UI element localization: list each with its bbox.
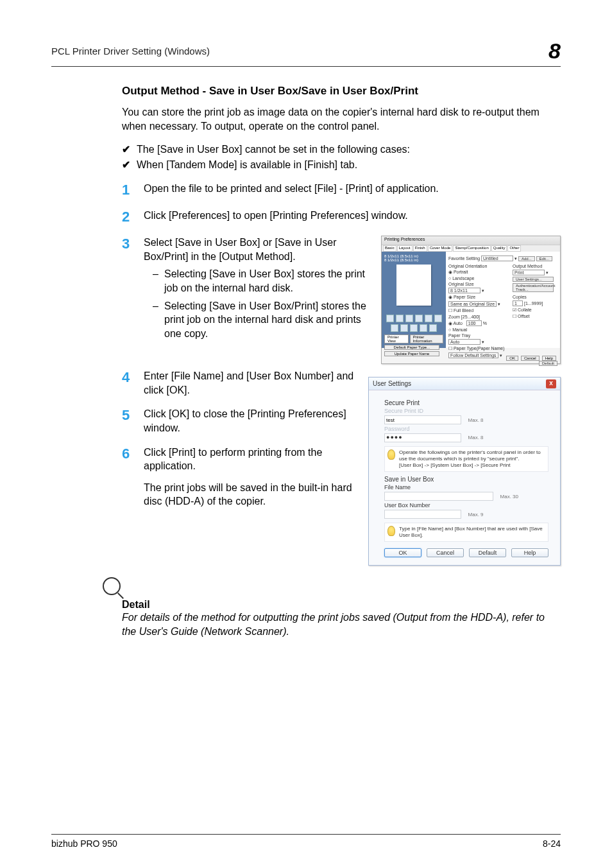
collate-check[interactable]: Collate: [518, 308, 532, 312]
secure-id-input[interactable]: [384, 415, 461, 424]
favorite-select[interactable]: Untitled: [481, 256, 513, 261]
tab-other[interactable]: Other: [507, 245, 521, 252]
check-item: The [Save in User Box] cannot be set in …: [122, 142, 561, 157]
paper-size-select[interactable]: Same as Original Size: [448, 301, 497, 307]
file-name-max: Max. 30: [500, 494, 518, 499]
dialog-tabs: Basic Layout Finish Cover Mode Stamp/Com…: [382, 245, 560, 252]
tab-layout[interactable]: Layout: [397, 245, 412, 252]
detail-heading: Detail: [122, 599, 561, 611]
save-user-box-heading: Save in User Box: [384, 476, 548, 483]
original-size-select[interactable]: 8 1/2x11: [448, 288, 480, 293]
preview-icon[interactable]: [415, 315, 423, 322]
tab-stamp[interactable]: Stamp/Composition: [453, 245, 490, 252]
ok-button[interactable]: OK: [384, 548, 421, 557]
close-icon[interactable]: x: [546, 379, 556, 388]
paper-type-select[interactable]: Follow Default Settings: [448, 352, 498, 358]
default-paper-button[interactable]: Default Paper Type...: [384, 345, 439, 350]
info-text: Type in [File Name] and [Box Number] tha…: [399, 526, 545, 539]
update-paper-button[interactable]: Update Paper Name: [384, 351, 439, 356]
auth-button[interactable]: Authentication/Account Track...: [513, 283, 554, 292]
preview-icon[interactable]: [420, 324, 427, 332]
chapter-number: 8: [548, 39, 561, 64]
step-number: 1: [122, 182, 144, 198]
info-text-path: [User Box] -> [System User Box] -> [Secu…: [399, 462, 510, 468]
preview-icon[interactable]: [396, 315, 404, 322]
step-6: 6 Click [Print] to perform printing from…: [122, 446, 357, 508]
page-header: PCL Printer Driver Setting (Windows) 8: [51, 39, 561, 67]
check-item: When [Tandem Mode] is available in [Fini…: [122, 157, 561, 173]
help-button[interactable]: Help: [542, 356, 556, 361]
step-number: 5: [122, 407, 144, 435]
page-footer: bizhub PRO 950 8-24: [51, 834, 561, 849]
default-button[interactable]: Default: [469, 548, 506, 557]
user-settings-button[interactable]: User Settings...: [513, 277, 554, 282]
paper-preview-icon: [396, 265, 431, 306]
zoom-label: Zoom [25...400]: [448, 315, 509, 319]
preview-pane: 8 1/2x11 (8.5x11 in) 8 1/2x11 (8.5x11 in…: [382, 252, 446, 348]
offset-check[interactable]: Offset: [518, 314, 530, 318]
magnify-icon: [103, 577, 121, 595]
preview-icon[interactable]: [400, 324, 408, 332]
portrait-radio[interactable]: Portrait: [454, 270, 468, 274]
step-text: Click [Print] to perform printing from t…: [144, 446, 357, 473]
step-subitem: –Selecting [Save in User Box] stores the…: [153, 267, 370, 295]
add-button[interactable]: Add...: [518, 256, 535, 261]
help-button[interactable]: Help: [511, 548, 548, 557]
step-2: 2 Click [Preferences] to open [Printing …: [122, 209, 561, 225]
step-4: 4 Enter [File Name] and [User Box Number…: [122, 369, 357, 397]
cancel-button[interactable]: Cancel: [427, 548, 464, 557]
tab-cover[interactable]: Cover Mode: [428, 245, 453, 252]
paper-tray-select[interactable]: Auto: [448, 339, 480, 345]
tab-finish[interactable]: Finish: [413, 245, 427, 252]
landscape-radio[interactable]: Landscape: [452, 276, 474, 281]
detail-text: For details of the method for outputting…: [122, 611, 561, 638]
full-bleed-check[interactable]: Full Bleed: [454, 308, 473, 313]
edit-button[interactable]: Edit...: [536, 256, 552, 261]
prerequisite-list: The [Save in User Box] cannot be set in …: [122, 142, 561, 173]
copies-range: [1...9999]: [524, 301, 543, 306]
preview-icon[interactable]: [391, 324, 398, 332]
intro-paragraph: You can store the print job as image dat…: [122, 105, 561, 133]
box-number-max: Max. 9: [468, 512, 484, 517]
step-number: 2: [122, 209, 144, 225]
zoom-auto-radio[interactable]: Auto: [454, 321, 463, 326]
output-method-select[interactable]: Print: [513, 270, 545, 275]
step-5: 5 Click [OK] to close the [Printing Pref…: [122, 407, 357, 435]
printing-preferences-dialog: Printing Preferences Basic Layout Finish…: [381, 236, 561, 364]
default-button[interactable]: Default: [539, 361, 557, 366]
preview-icon[interactable]: [405, 315, 413, 322]
subitem-text: Selecting [Save in User Box] stores the …: [164, 267, 370, 295]
header-title: PCL Printer Driver Setting (Windows): [51, 46, 210, 56]
password-input[interactable]: ●●●●: [384, 433, 461, 442]
cancel-button[interactable]: Cancel: [521, 356, 540, 361]
tab-quality[interactable]: Quality: [491, 245, 507, 252]
output-method-label: Output Method: [513, 264, 557, 268]
printer-info-button[interactable]: Printer Information: [410, 334, 443, 343]
paper-type-label: Paper Type(Paper Name): [454, 346, 505, 351]
zoom-value[interactable]: 100: [466, 320, 482, 326]
step-text: Enter [File Name] and [User Box Number] …: [144, 369, 357, 397]
copies-input[interactable]: 1: [513, 300, 523, 306]
file-name-input[interactable]: [384, 492, 493, 501]
preview-icon[interactable]: [386, 315, 394, 322]
tab-basic[interactable]: Basic: [383, 245, 396, 252]
preview-icon[interactable]: [425, 315, 432, 322]
printer-view-button[interactable]: Printer View: [384, 334, 409, 343]
preview-icon[interactable]: [410, 324, 418, 332]
password-label: Password: [384, 426, 548, 432]
dialog-title: User Settings: [373, 380, 411, 387]
info-box: Operate the followings on the printer's …: [384, 446, 548, 472]
preview-icon[interactable]: [429, 324, 437, 332]
footer-page-number: 8-24: [543, 838, 561, 849]
orientation-label: Original Orientation: [448, 264, 509, 268]
step-text: Open the file to be printed and select […: [144, 182, 439, 198]
ok-button[interactable]: OK: [506, 356, 518, 361]
detail-note: Detail For details of the method for out…: [103, 577, 561, 638]
password-max-label: Max. 8: [468, 435, 484, 440]
info-text: Operate the followings on the printer's …: [399, 449, 541, 462]
preview-icon[interactable]: [434, 315, 442, 322]
file-name-label: File Name: [384, 484, 548, 490]
bulb-icon: [387, 449, 395, 460]
box-number-input[interactable]: [384, 510, 461, 519]
zoom-manual-radio[interactable]: Manual: [452, 327, 467, 332]
